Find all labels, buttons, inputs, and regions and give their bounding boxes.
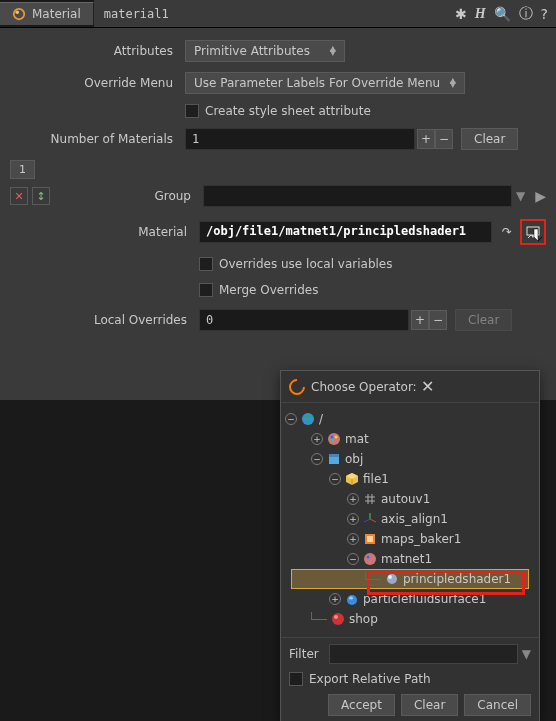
svg-point-19 [332, 613, 344, 625]
tree-item[interactable]: shop [285, 609, 535, 629]
baker-icon [363, 532, 377, 546]
tree-item[interactable]: −file1 [285, 469, 535, 489]
open-chooser-button[interactable] [524, 223, 542, 241]
jump-to-operator-icon[interactable]: ↷ [498, 223, 516, 241]
parameters-area: Attributes Primitive Attributes ▲▼ Overr… [0, 28, 556, 150]
merge-overrides-checkbox[interactable] [199, 283, 213, 297]
expand-icon[interactable]: + [347, 513, 359, 525]
tree-item[interactable]: −obj [285, 449, 535, 469]
clear-button[interactable]: Clear [461, 128, 518, 150]
group-label: Group [58, 189, 203, 203]
expand-icon[interactable]: + [311, 433, 323, 445]
expand-icon[interactable]: + [347, 533, 359, 545]
tree-item[interactable]: +axis_align1 [285, 509, 535, 529]
export-relative-checkbox[interactable] [289, 672, 303, 686]
overrides-local-checkbox[interactable] [199, 257, 213, 271]
collapse-icon[interactable]: − [311, 453, 323, 465]
attributes-label: Attributes [10, 44, 185, 58]
override-menu-combo[interactable]: Use Parameter Labels For Override Menu ▲… [185, 72, 465, 94]
tree-item[interactable]: +autouv1 [285, 489, 535, 509]
svg-point-18 [349, 597, 353, 600]
collapse-icon[interactable]: − [329, 473, 341, 485]
local-overrides-input[interactable]: 0 [199, 309, 409, 331]
geo-icon [327, 452, 341, 466]
highlight-red-box [520, 219, 546, 245]
filter-label: Filter [289, 647, 329, 661]
remove-instance-button[interactable]: ✕ [10, 187, 28, 205]
tree-item[interactable]: principledshader1 [285, 569, 535, 589]
clear-button[interactable]: Clear [455, 309, 512, 331]
svg-point-4 [328, 433, 340, 445]
override-menu-label: Override Menu [10, 76, 185, 90]
close-icon[interactable]: ✕ [421, 377, 531, 396]
operator-tree[interactable]: − / +mat−obj−file1+autouv1+axis_align1+m… [281, 403, 539, 637]
tree-item-label: matnet1 [381, 552, 432, 566]
tree-item[interactable]: −matnet1 [285, 549, 535, 569]
create-style-checkbox[interactable] [185, 104, 199, 118]
matnet-icon [363, 552, 377, 566]
svg-point-16 [388, 575, 392, 579]
expand-icon[interactable]: + [329, 593, 341, 605]
sequence-tab-1[interactable]: 1 [10, 160, 35, 179]
material-sop-panel: Material material1 ✱ H 🔍 ⓘ ? Attributes … [0, 0, 556, 400]
override-menu-value: Use Parameter Labels For Override Menu [194, 76, 440, 90]
info-icon[interactable]: ⓘ [519, 5, 533, 23]
globe-icon [301, 412, 315, 426]
reorder-button[interactable]: ↕ [32, 187, 50, 205]
tree-item-label: file1 [363, 472, 389, 486]
attributes-combo[interactable]: Primitive Attributes ▲▼ [185, 40, 345, 62]
num-materials-input[interactable]: 1 [185, 128, 415, 150]
cancel-button[interactable]: Cancel [464, 694, 531, 716]
group-dropdown-icon[interactable]: ▼ [516, 189, 525, 203]
attributes-row: Attributes Primitive Attributes ▲▼ [10, 40, 546, 62]
dialog-title: Choose Operator: [311, 380, 421, 394]
increment-button[interactable]: + [417, 129, 435, 149]
export-relative-label: Export Relative Path [309, 672, 431, 686]
accept-button[interactable]: Accept [328, 694, 395, 716]
increment-button[interactable]: + [411, 310, 429, 330]
houdini-help-icon[interactable]: H [475, 6, 486, 22]
tree-root[interactable]: − / [285, 409, 535, 429]
title-bar: Material material1 ✱ H 🔍 ⓘ ? [0, 0, 556, 28]
filter-dropdown-icon[interactable]: ▼ [522, 647, 531, 661]
gear-icon[interactable]: ✱ [455, 6, 467, 22]
num-materials-row: Number of Materials 1 + − Clear [10, 128, 546, 150]
create-style-label: Create style sheet attribute [205, 104, 371, 118]
svg-point-5 [331, 436, 334, 439]
sequence-tabs: 1 [10, 160, 546, 179]
tree-item-label: obj [345, 452, 363, 466]
shop-icon [331, 612, 345, 626]
svg-point-14 [367, 556, 370, 559]
clear-button[interactable]: Clear [401, 694, 458, 716]
node-name-field[interactable]: material1 [94, 0, 447, 27]
group-input[interactable] [203, 185, 512, 207]
svg-point-20 [334, 615, 338, 619]
decrement-button[interactable]: − [429, 310, 447, 330]
tree-item-label: axis_align1 [381, 512, 448, 526]
filter-input[interactable] [329, 644, 518, 664]
tree-item-label: principledshader1 [403, 572, 511, 586]
filter-row: Filter ▼ [289, 644, 531, 664]
help-icon[interactable]: ? [541, 6, 548, 22]
search-icon[interactable]: 🔍 [494, 6, 511, 22]
num-materials-label: Number of Materials [10, 132, 185, 146]
material-path-input[interactable]: /obj/file1/matnet1/principledshader1 [199, 221, 492, 243]
tree-item-label: autouv1 [381, 492, 430, 506]
svg-point-13 [364, 553, 376, 565]
title-tools: ✱ H 🔍 ⓘ ? [447, 0, 556, 27]
group-select-icon[interactable]: ▶ [535, 188, 546, 204]
decrement-button[interactable]: − [435, 129, 453, 149]
tree-item-label: particlefluidsurface1 [363, 592, 486, 606]
tree-item[interactable]: +mat [285, 429, 535, 449]
tree-item[interactable]: +maps_baker1 [285, 529, 535, 549]
collapse-icon[interactable]: − [347, 553, 359, 565]
expand-icon[interactable]: + [347, 493, 359, 505]
node-type-tab[interactable]: Material [0, 2, 94, 25]
collapse-icon[interactable]: − [285, 413, 297, 425]
shader-icon [385, 572, 399, 586]
tree-item[interactable]: +particlefluidsurface1 [285, 589, 535, 609]
svg-point-0 [14, 9, 25, 20]
chevron-updown-icon: ▲▼ [330, 47, 336, 55]
overrides-local-row: Overrides use local variables [0, 251, 556, 277]
material-sop-icon [12, 7, 26, 21]
